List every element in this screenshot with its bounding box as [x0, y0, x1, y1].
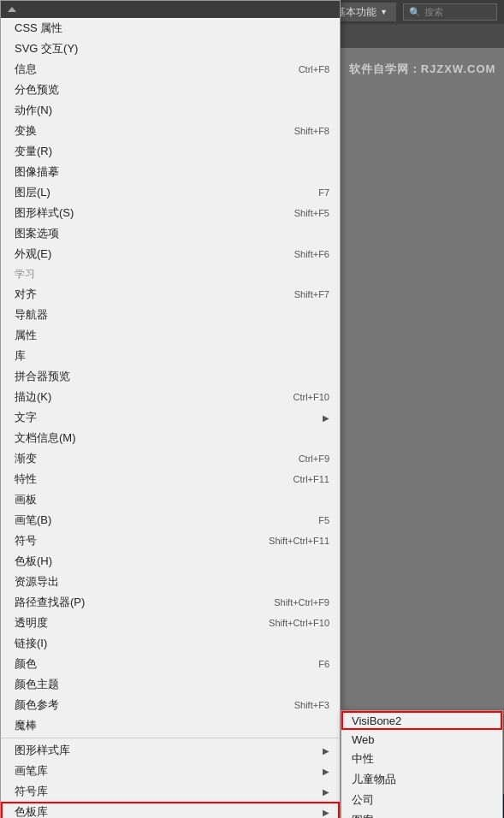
- menu-item-shortcut-5: Shift+F8: [294, 126, 329, 136]
- menu-item-26[interactable]: 色板(H): [1, 551, 340, 572]
- menu-item-24[interactable]: 画笔(B)F5: [1, 510, 340, 531]
- submenu-item-1[interactable]: Web: [341, 730, 502, 749]
- menu-item-label-12: 学习: [15, 267, 329, 282]
- menu-item-label-31: 颜色: [15, 656, 301, 672]
- submenu-item-label-2: 中性: [352, 751, 374, 767]
- menu-item-2[interactable]: 信息Ctrl+F8: [1, 59, 340, 80]
- menu-item-label-8: 图层(L): [15, 185, 301, 200]
- menu-item-34[interactable]: 魔棒: [1, 715, 340, 736]
- menu-item-shortcut-25: Shift+Ctrl+F11: [269, 536, 329, 546]
- menu-item-label-36: 图形样式库: [15, 743, 316, 758]
- submenu-item-0[interactable]: VisiBone2: [341, 711, 502, 730]
- menu-item-label-15: 属性: [15, 328, 329, 343]
- submenu-item-5[interactable]: 图案▶: [341, 810, 502, 818]
- menu-item-29[interactable]: 透明度Shift+Ctrl+F10: [1, 613, 340, 633]
- menu-item-label-6: 变量(R): [15, 144, 329, 159]
- menu-item-label-2: 信息: [15, 62, 282, 77]
- menu-item-18[interactable]: 描边(K)Ctrl+F10: [1, 387, 340, 407]
- menu-item-label-17: 拼合器预览: [15, 369, 329, 384]
- menu-item-30[interactable]: 链接(I): [1, 633, 340, 654]
- menu-item-27[interactable]: 资源导出: [1, 572, 340, 592]
- menu-item-22[interactable]: 特性Ctrl+F11: [1, 469, 340, 489]
- menu-item-9[interactable]: 图形样式(S)Shift+F5: [1, 203, 340, 223]
- menu-header-triangle-icon: [8, 7, 16, 12]
- menu-item-label-22: 特性: [15, 471, 276, 487]
- submenu-item-4[interactable]: 公司: [341, 790, 502, 810]
- menu-item-label-25: 符号: [15, 533, 252, 548]
- menu-item-32[interactable]: 颜色主题: [1, 674, 340, 695]
- menu-item-label-39: 色板库: [15, 804, 316, 818]
- submenu-item-label-0: VisiBone2: [352, 714, 401, 727]
- submenu-item-2[interactable]: 中性: [341, 749, 502, 769]
- menu-item-28[interactable]: 路径查找器(P)Shift+Ctrl+F9: [1, 592, 340, 613]
- menu-item-label-29: 透明度: [15, 615, 252, 631]
- menu-item-label-28: 路径查找器(P): [15, 595, 257, 610]
- menu-item-shortcut-29: Shift+Ctrl+F10: [269, 618, 329, 628]
- menu-header: [1, 1, 340, 18]
- menu-item-arrow-icon-39: ▶: [323, 808, 329, 817]
- submenu-item-label-1: Web: [352, 733, 375, 746]
- menu-item-23[interactable]: 画板: [1, 489, 340, 510]
- menu-item-7[interactable]: 图像描摹: [1, 162, 340, 182]
- menu-item-shortcut-9: Shift+F5: [294, 208, 329, 218]
- search-box[interactable]: 🔍 搜索: [403, 3, 497, 21]
- menu-item-label-34: 魔棒: [15, 718, 329, 733]
- menu-item-shortcut-22: Ctrl+F11: [294, 474, 330, 484]
- menu-item-arrow-icon-36: ▶: [323, 746, 329, 756]
- menu-item-8[interactable]: 图层(L)F7: [1, 182, 340, 203]
- menu-item-15[interactable]: 属性: [1, 325, 340, 346]
- menu-item-label-24: 画笔(B): [15, 513, 301, 528]
- menu-item-36[interactable]: 图形样式库▶: [1, 740, 340, 761]
- submenu-item-label-3: 儿童物品: [352, 772, 396, 787]
- main-menu: CSS 属性SVG 交互(Y)信息Ctrl+F8分色预览动作(N)变换Shift…: [0, 0, 341, 818]
- menu-item-10[interactable]: 图案选项: [1, 223, 340, 244]
- menu-item-1[interactable]: SVG 交互(Y): [1, 39, 340, 59]
- menu-item-label-11: 外观(E): [15, 246, 277, 262]
- menu-item-label-14: 导航器: [15, 307, 329, 323]
- menu-item-31[interactable]: 颜色F6: [1, 654, 340, 674]
- menu-item-11[interactable]: 外观(E)Shift+F6: [1, 244, 340, 264]
- menu-item-37[interactable]: 画笔库▶: [1, 761, 340, 781]
- menu-item-12: 学习: [1, 264, 340, 284]
- dropdown-arrow-icon: ▼: [380, 8, 388, 16]
- menu-item-3[interactable]: 分色预览: [1, 80, 340, 100]
- menu-item-label-5: 变换: [15, 123, 277, 139]
- menu-item-label-7: 图像描摹: [15, 164, 329, 180]
- menu-item-shortcut-31: F6: [318, 659, 329, 669]
- menu-item-17[interactable]: 拼合器预览: [1, 366, 340, 387]
- menu-item-label-33: 颜色参考: [15, 697, 277, 713]
- menu-item-6[interactable]: 变量(R): [1, 141, 340, 162]
- menu-item-38[interactable]: 符号库▶: [1, 781, 340, 802]
- basic-func-label: 基本功能: [335, 5, 377, 20]
- menu-item-39[interactable]: 色板库▶: [1, 802, 340, 818]
- menu-item-0[interactable]: CSS 属性: [1, 18, 340, 39]
- menu-item-shortcut-8: F7: [318, 187, 329, 198]
- menu-divider: [1, 738, 340, 738]
- menu-item-label-10: 图案选项: [15, 226, 329, 241]
- menu-item-21[interactable]: 渐变Ctrl+F9: [1, 448, 340, 469]
- menu-item-19[interactable]: 文字▶: [1, 407, 340, 428]
- submenu-item-label-5: 图案: [352, 813, 374, 818]
- menu-item-label-4: 动作(N): [15, 103, 329, 118]
- menu-item-label-21: 渐变: [15, 451, 282, 466]
- menu-item-label-30: 链接(I): [15, 636, 329, 651]
- menu-item-5[interactable]: 变换Shift+F8: [1, 121, 340, 141]
- menu-item-16[interactable]: 库: [1, 346, 340, 366]
- menu-item-label-20: 文档信息(M): [15, 430, 329, 446]
- menu-item-4[interactable]: 动作(N): [1, 100, 340, 121]
- search-placeholder: 搜索: [424, 6, 443, 19]
- menu-item-shortcut-11: Shift+F6: [294, 249, 329, 259]
- menu-item-33[interactable]: 颜色参考Shift+F3: [1, 695, 340, 715]
- menu-item-13[interactable]: 对齐Shift+F7: [1, 284, 340, 305]
- menu-item-label-19: 文字: [15, 410, 316, 425]
- submenu-item-label-4: 公司: [352, 792, 374, 808]
- menu-item-label-32: 颜色主题: [15, 677, 329, 692]
- menu-item-25[interactable]: 符号Shift+Ctrl+F11: [1, 531, 340, 551]
- menu-item-arrow-icon-19: ▶: [323, 413, 329, 423]
- menu-item-20[interactable]: 文档信息(M): [1, 428, 340, 448]
- submenu-item-3[interactable]: 儿童物品: [341, 769, 502, 790]
- menu-item-label-9: 图形样式(S): [15, 205, 277, 221]
- menu-item-14[interactable]: 导航器: [1, 305, 340, 325]
- menu-item-shortcut-24: F5: [318, 515, 329, 525]
- menu-item-label-3: 分色预览: [15, 82, 329, 98]
